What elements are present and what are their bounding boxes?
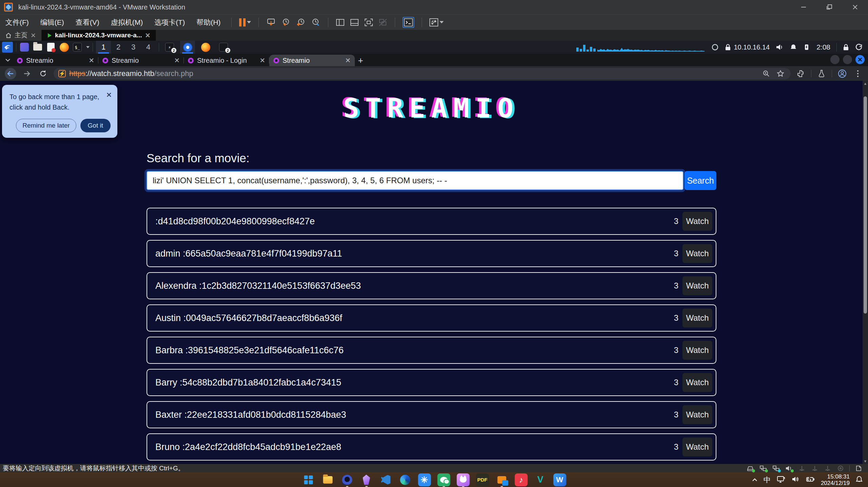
hdd-device-icon[interactable] xyxy=(746,465,754,472)
tray-expand-button[interactable] xyxy=(752,477,757,483)
screen-lock-button[interactable] xyxy=(843,44,849,51)
launcher-firefox-button[interactable] xyxy=(59,42,69,52)
tray-clock[interactable]: 15:08:31 2024/12/19 xyxy=(821,473,850,486)
browser-maximize-button[interactable] xyxy=(843,55,852,64)
kali-menu-button[interactable] xyxy=(2,42,13,53)
maximize-button[interactable] xyxy=(816,0,842,14)
cd-device-icon[interactable] xyxy=(836,465,845,472)
taskbar-v-app-button[interactable]: V xyxy=(534,473,547,486)
task-chromium-button[interactable] xyxy=(180,41,195,54)
menu-item[interactable]: 文件(F) xyxy=(5,18,29,27)
tab-close-button[interactable]: ✕ xyxy=(345,56,351,64)
notifications-bell-icon[interactable] xyxy=(790,44,797,51)
network-device2-icon[interactable] xyxy=(772,465,780,472)
menu-item[interactable]: 帮助(H) xyxy=(196,18,220,27)
chevron-down-icon[interactable] xyxy=(440,21,444,23)
panel-clock[interactable]: 2:08 xyxy=(816,43,830,51)
launcher-dashboard-button[interactable] xyxy=(19,42,30,52)
taskbar-wps-button[interactable]: W xyxy=(553,473,566,486)
extensions-button[interactable] xyxy=(795,68,806,79)
scroll-down-icon[interactable]: ▼ xyxy=(864,458,867,464)
chevron-down-icon[interactable] xyxy=(247,21,251,23)
power-button[interactable] xyxy=(855,43,863,51)
workspace-button-1[interactable]: 1 xyxy=(96,41,111,54)
close-button[interactable] xyxy=(842,0,868,14)
taskbar-chat-app-button[interactable]: ✳ xyxy=(418,473,431,486)
vpn-indicator[interactable]: 10.10.16.14 xyxy=(725,43,770,51)
launcher-files-button[interactable] xyxy=(33,42,43,52)
tab-close-icon[interactable]: ✕ xyxy=(31,32,36,39)
site-info-button[interactable]: ⚡ xyxy=(58,70,66,77)
volume-icon[interactable] xyxy=(776,44,784,51)
watch-button[interactable]: Watch xyxy=(682,341,712,360)
tab-close-button[interactable]: ✕ xyxy=(89,56,94,64)
sound-device-icon[interactable] xyxy=(785,465,793,472)
suspend-button[interactable] xyxy=(239,18,251,26)
message-log-icon[interactable] xyxy=(854,465,863,472)
status-circle-icon[interactable] xyxy=(711,43,719,51)
taskbar-edge-button[interactable] xyxy=(399,473,411,486)
tab-home[interactable]: 主页 ✕ xyxy=(0,30,42,41)
ctrl-alt-del-button[interactable] xyxy=(266,18,276,27)
reload-button[interactable] xyxy=(37,68,49,79)
popup-close-button[interactable]: ✕ xyxy=(106,91,112,99)
network-device-icon[interactable] xyxy=(759,465,767,472)
browser-tab-streamio-active[interactable]: Streamio ✕ xyxy=(269,55,355,66)
fit-guest-button[interactable] xyxy=(364,18,373,26)
taskbar-crystal-app-button[interactable] xyxy=(360,473,373,486)
zoom-button[interactable] xyxy=(761,68,772,79)
browser-close-button[interactable]: ✕ xyxy=(855,55,865,64)
battery-icon[interactable] xyxy=(803,44,810,50)
tab-kali-vm[interactable]: kali-linux-2024.3-vmware-a... ✕ xyxy=(42,30,156,41)
taskbar-vmware-button[interactable] xyxy=(495,473,508,486)
labs-button[interactable] xyxy=(816,68,827,79)
page-scrollbar[interactable]: ▲ ▼ xyxy=(863,81,868,464)
snapshot-manager-button[interactable] xyxy=(311,18,321,27)
menu-item[interactable]: 编辑(E) xyxy=(40,18,64,27)
tray-volume-button[interactable] xyxy=(792,476,800,484)
search-button[interactable]: Search xyxy=(684,171,716,190)
watch-button[interactable]: Watch xyxy=(682,373,712,392)
menu-item[interactable]: 虚拟机(M) xyxy=(111,18,143,27)
tab-close-icon[interactable]: ✕ xyxy=(145,32,151,39)
chevron-down-icon[interactable] xyxy=(86,46,90,48)
tray-notifications-button[interactable] xyxy=(856,475,863,484)
watch-button[interactable]: Watch xyxy=(682,308,712,327)
take-snapshot-button[interactable] xyxy=(281,18,291,27)
tab-close-button[interactable]: ✕ xyxy=(174,56,180,64)
task-terminal-button[interactable]: ⚡ 2 xyxy=(162,41,177,54)
ime-indicator[interactable]: 中 xyxy=(764,475,771,485)
watch-button[interactable]: Watch xyxy=(682,276,712,295)
workspace-button-4[interactable]: 4 xyxy=(141,41,156,54)
browser-tab-streamio-login[interactable]: Streamio - Login ✕ xyxy=(184,55,269,66)
task-terminal2-button[interactable]: 2 xyxy=(216,41,231,54)
minimize-button[interactable] xyxy=(791,0,816,14)
audio-waveform-widget[interactable] xyxy=(576,43,705,52)
stretch-guest-button[interactable] xyxy=(429,18,444,26)
revert-snapshot-button[interactable] xyxy=(296,18,306,27)
virtual-terminal-button[interactable] xyxy=(403,17,414,28)
taskbar-music-app-button[interactable]: ♪ xyxy=(515,473,527,486)
browser-tab-streamio-1[interactable]: Streamio ✕ xyxy=(13,55,98,66)
watch-button[interactable]: Watch xyxy=(682,212,712,231)
taskbar-pdf-app-button[interactable]: PDF xyxy=(476,473,489,486)
task-firefox-button[interactable] xyxy=(198,41,213,54)
tab-close-button[interactable]: ✕ xyxy=(259,56,265,64)
tray-display-button[interactable] xyxy=(777,475,786,484)
taskbar-browser-button[interactable] xyxy=(341,473,353,486)
taskbar-vscode-button[interactable] xyxy=(379,473,392,486)
taskbar-explorer-button[interactable] xyxy=(321,473,334,486)
back-button[interactable] xyxy=(5,68,16,79)
menu-item[interactable]: 查看(V) xyxy=(76,18,99,27)
tray-battery-button[interactable] xyxy=(806,476,815,484)
movie-search-input[interactable] xyxy=(147,171,683,190)
watch-button[interactable]: Watch xyxy=(682,437,712,456)
scrollbar-thumb[interactable] xyxy=(864,96,867,314)
remind-me-later-button[interactable]: Remind me later xyxy=(16,119,76,132)
workspace-button-2[interactable]: 2 xyxy=(111,41,126,54)
forward-button[interactable] xyxy=(21,68,33,79)
menu-item[interactable]: 选项卡(T) xyxy=(154,18,185,27)
usb-device3-icon[interactable] xyxy=(824,465,832,472)
browser-menu-button[interactable] xyxy=(852,68,863,79)
show-console-button[interactable] xyxy=(350,19,359,26)
